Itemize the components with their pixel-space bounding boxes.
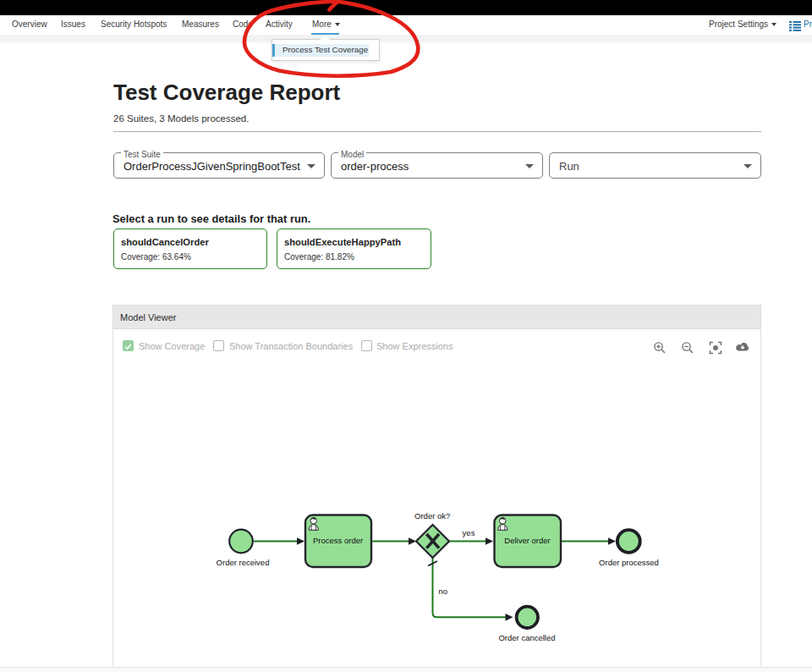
svg-text:Order processed: Order processed bbox=[599, 558, 659, 567]
svg-text:Process order: Process order bbox=[313, 536, 363, 545]
svg-text:no: no bbox=[439, 587, 448, 596]
svg-text:Deliver order: Deliver order bbox=[504, 536, 550, 545]
svg-text:yes: yes bbox=[463, 528, 475, 537]
svg-text:Order received: Order received bbox=[217, 558, 270, 567]
svg-text:Order ok?: Order ok? bbox=[414, 511, 450, 521]
svg-text:Order cancelled: Order cancelled bbox=[498, 633, 555, 642]
